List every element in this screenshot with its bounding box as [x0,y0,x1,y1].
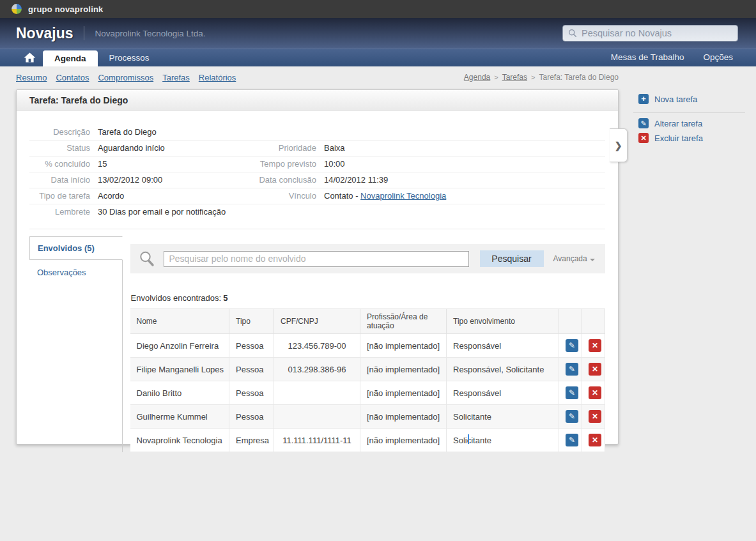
advanced-search-toggle[interactable]: Avançada [553,254,595,263]
chevron-right-icon: ❯ [615,141,622,151]
column-header-delete [582,309,605,334]
table-row: Diego Anzolin Ferreira Pessoa 123.456.78… [130,334,605,358]
table-row: Guilherme Kummel Pessoa [não implementad… [130,405,605,429]
topbar: grupo novaprolink [0,0,756,18]
tab-observacoes[interactable]: Observações [29,260,122,285]
field-label [259,127,316,137]
breadcrumb-current: Tarefa: Tarefa do Diego [539,73,619,82]
delete-row-button[interactable]: ✕ [589,410,601,423]
edit-task-label: Alterar tarefa [654,119,702,128]
field-label: Data início [29,175,90,185]
breadcrumb-link-agenda[interactable]: Agenda [464,73,490,82]
field-label: Tempo previsto [259,159,316,169]
field-value: 14/02/2012 11:39 [324,175,605,185]
involved-envolvimento: Solicitante [447,405,559,429]
field-value: 13/02/2012 09:00 [98,175,251,185]
pesquisar-button[interactable]: Pesquisar [480,250,544,267]
subnav-row: Resumo Contatos Compromissos Tarefas Rel… [16,66,619,88]
field-label: Lembrete [29,207,90,217]
task-detail-panel: Tarefa: Tarefa do Diego Descrição Tarefa… [16,89,619,445]
involved-envolvimento: Responsável, Solicitante [447,358,559,381]
nav-link-opcoes[interactable]: Opções [703,49,733,66]
advanced-label: Avançada [553,254,587,263]
results-label: Envolvidos encontrados: [131,293,222,303]
vertical-tabs: Envolvidos (5) Observações [29,236,123,452]
company-name: Novaprolink Tecnologia Ltda. [95,29,205,38]
field-label [259,207,316,217]
delete-row-button[interactable]: ✕ [589,434,601,446]
involved-envolvimento: Responsável [447,381,559,405]
column-header-cpf-cnpj: CPF/CNPJ [274,309,360,334]
subnav-link-relatorios[interactable]: Relatórios [199,73,236,82]
involved-profissao: [não implementado] [360,405,447,429]
home-icon [24,52,36,63]
involved-profissao: [não implementado] [360,429,447,452]
delete-icon: ✕ [638,133,649,143]
edit-row-button[interactable]: ✎ [566,410,578,423]
column-header-profissao: Profissão/Área de atuação [360,309,447,334]
involved-tipo: Pessoa [229,381,274,405]
edit-row-button[interactable]: ✎ [566,434,578,446]
field-value: 30 Dias por email e por notificação [98,207,251,217]
subnav-link-tarefas[interactable]: Tarefas [162,73,190,82]
table-row: Danilo Britto Pessoa [não implementado] … [130,381,605,405]
field-label: Descrição [29,127,90,137]
field-row: % concluído 15 Tempo previsto 10:00 [29,156,605,172]
header: Novajus Novaprolink Tecnologia Ltda. [0,18,756,49]
search-icon [568,29,577,38]
involved-cpf: 123.456.789-00 [274,334,360,358]
field-row: Data início 13/02/2012 09:00 Data conclu… [29,172,605,188]
global-search-input[interactable] [582,28,732,38]
involved-search-input[interactable] [164,251,469,267]
breadcrumb: Agenda > Tarefas > Tarefa: Tarefa do Die… [464,73,619,82]
tab-agenda[interactable]: Agenda [43,50,98,66]
app-name: Novajus [16,25,73,42]
field-row: Descrição Tarefa do Diego [29,125,605,141]
involved-name-link[interactable]: Diego Anzolin Ferreira [130,334,229,358]
breadcrumb-link-tarefas[interactable]: Tarefas [502,73,527,82]
header-divider [84,26,84,40]
involved-envolvimento: Responsável [447,334,559,358]
involved-tipo: Pessoa [229,334,274,358]
edit-task-link[interactable]: ✎ Alterar tarefa [638,118,750,128]
involved-name-link[interactable]: Novaprolink Tecnologia [130,429,229,452]
involved-tipo: Pessoa [229,405,274,429]
involved-name-link[interactable]: Filipe Manganelli Lopes [130,358,229,381]
involved-envolvimento: Solicitante [447,429,559,452]
delete-row-button[interactable]: ✕ [589,339,601,352]
expand-panel-button[interactable]: ❯ [610,128,628,162]
delete-row-button[interactable]: ✕ [589,386,601,399]
nav-link-mesas-de-trabalho[interactable]: Mesas de Trabalho [611,49,684,66]
edit-row-button[interactable]: ✎ [566,339,578,352]
brand-text: grupo novaprolink [28,4,104,14]
involved-cpf [274,405,360,429]
table-header-row: Nome Tipo CPF/CNPJ Profissão/Área de atu… [130,309,605,334]
field-label: Prioridade [259,143,316,153]
edit-row-button[interactable]: ✎ [566,363,578,376]
delete-task-link[interactable]: ✕ Excluir tarefa [638,133,750,143]
edit-icon: ✎ [638,118,649,128]
involved-cpf: 013.298.386-96 [274,358,360,381]
envolvimento-text: Solicitante [453,436,491,445]
task-fields: Descrição Tarefa do Diego Status Aguarda… [29,125,605,220]
involved-name-link[interactable]: Danilo Britto [130,381,229,405]
edit-row-button[interactable]: ✎ [566,386,578,399]
tab-processos[interactable]: Processos [98,49,161,66]
subnav-link-resumo[interactable]: Resumo [16,73,47,82]
involved-profissao: [não implementado] [360,381,447,405]
subnav-link-compromissos[interactable]: Compromissos [98,73,153,82]
subnav-link-contatos[interactable]: Contatos [56,73,89,82]
column-header-tipo-envolvimento: Tipo envolvimento [447,309,559,334]
delete-row-button[interactable]: ✕ [589,363,601,376]
novaprolink-logo-icon [11,3,22,15]
navbar: Agenda Processos Mesas de Trabalho Opçõe… [0,49,756,66]
involved-name-link[interactable]: Guilherme Kummel [130,405,229,429]
home-button[interactable] [21,49,38,66]
tab-envolvidos[interactable]: Envolvidos (5) [29,236,123,260]
vinculo-contact-link[interactable]: Novaprolink Tecnologia [360,191,446,201]
involved-search-bar: Pesquisar Avançada [130,244,606,273]
search-icon [139,250,155,267]
breadcrumb-separator: > [531,73,535,81]
field-value [324,127,605,137]
new-task-link[interactable]: + Nova tarefa [638,94,750,104]
